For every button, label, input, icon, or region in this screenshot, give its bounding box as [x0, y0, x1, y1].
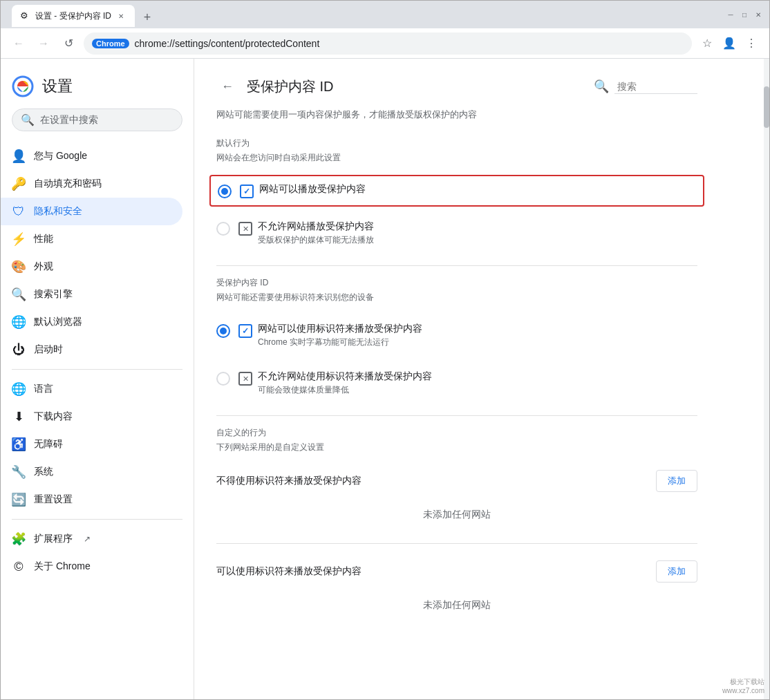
maximize-button[interactable]: □ — [739, 9, 750, 20]
option1-row[interactable]: 网站可以播放受保护内容 — [209, 175, 704, 207]
sidebar-label-performance: 性能 — [34, 233, 53, 245]
option4-content: 不允许网站使用标识符来播放受保护内容 可能会致使媒体质量降低 — [238, 370, 432, 396]
reset-icon: 🔄 — [12, 493, 26, 507]
external-link-icon: ↗ — [84, 534, 91, 544]
watermark-line1: 极光下载站 — [722, 677, 764, 687]
radio-option3[interactable] — [216, 324, 230, 338]
search-right: 🔍 — [594, 79, 697, 94]
magnifier-icon: 🔍 — [12, 287, 26, 301]
sidebar-label-google: 您与 Google — [34, 150, 87, 162]
default-behavior-section: 默认行为 网站会在您访问时自动采用此设置 网站可以播放受保护内容 — [216, 138, 697, 254]
default-behavior-sublabel: 网站会在您访问时自动采用此设置 — [216, 152, 697, 164]
radio-option1[interactable] — [218, 185, 232, 198]
scrollbar-thumb[interactable] — [764, 86, 769, 128]
nav-divider-1 — [12, 369, 182, 370]
address-actions: ☆ 👤 ⋮ — [697, 34, 761, 53]
title-bar: ⚙ 设置 - 受保护内容 ID ✕ + ─ □ ✕ — [1, 1, 769, 28]
divider-2 — [216, 415, 697, 416]
divider-1 — [216, 265, 697, 266]
radio-option2[interactable] — [216, 222, 230, 236]
reload-button[interactable]: ↺ — [59, 34, 78, 53]
sidebar-label-download: 下载内容 — [34, 410, 73, 423]
address-input[interactable]: Chrome chrome://settings/content/protect… — [84, 32, 692, 55]
active-tab[interactable]: ⚙ 设置 - 受保护内容 ID ✕ — [12, 5, 135, 27]
nav-divider-2 — [12, 519, 182, 520]
sidebar-item-appearance[interactable]: 🎨 外观 — [1, 253, 182, 281]
page-title: 受保护内容 ID — [247, 77, 585, 96]
custom-behavior-label: 自定义的行为 — [216, 427, 697, 439]
sidebar-label-accessibility: 无障碍 — [34, 438, 63, 451]
sidebar-label-privacy: 隐私和安全 — [34, 205, 82, 218]
sidebar-label-search: 搜索引擎 — [34, 288, 73, 301]
sidebar-item-google[interactable]: 👤 您与 Google — [1, 142, 182, 170]
back-page-button[interactable]: ← — [216, 75, 238, 97]
sidebar-label-language: 语言 — [34, 383, 53, 395]
sidebar-label-appearance: 外观 — [34, 261, 53, 273]
sidebar-item-default-browser[interactable]: 🌐 默认浏览器 — [1, 308, 182, 336]
option2-main-label: 不允许网站播放受保护内容 — [258, 220, 374, 233]
option4-icon — [238, 372, 252, 386]
watermark: 极光下载站 www.xz7.com — [722, 677, 764, 694]
option3-content: 网站可以使用标识符来播放受保护内容 Chrome 实时字幕功能可能无法运行 — [238, 323, 422, 348]
lightning-icon: ⚡ — [12, 232, 26, 246]
settings-title: 设置 — [42, 76, 73, 97]
section2-label: 受保护内容 ID — [216, 277, 697, 289]
bookmark-icon[interactable]: ☆ — [697, 34, 717, 53]
option2-row[interactable]: 不允许网站播放受保护内容 受版权保护的媒体可能无法播放 — [216, 212, 697, 254]
sidebar-item-about[interactable]: © 关于 Chrome — [1, 553, 182, 580]
custom-section2-row: 可以使用标识符来播放受保护内容 添加 — [216, 555, 697, 588]
sidebar-item-download[interactable]: ⬇ 下载内容 — [1, 403, 182, 431]
option1-text: 网站可以播放受保护内容 — [259, 183, 366, 196]
option3-row[interactable]: 网站可以使用标识符来播放受保护内容 Chrome 实时字幕功能可能无法运行 — [216, 314, 697, 357]
sidebar-item-privacy[interactable]: 🛡 隐私和安全 — [1, 198, 182, 225]
minimize-button[interactable]: ─ — [725, 9, 736, 20]
watermark-line2: www.xz7.com — [722, 687, 764, 694]
default-behavior-label: 默认行为 — [216, 138, 697, 149]
content-inner: ← 受保护内容 ID 🔍 网站可能需要使用一项内容保护服务，才能播放受版权保护的… — [194, 59, 720, 639]
language-icon: 🌐 — [12, 382, 26, 396]
option4-row[interactable]: 不允许网站使用标识符来播放受保护内容 可能会致使媒体质量降低 — [216, 362, 697, 404]
sidebar: 设置 🔍 在设置中搜索 👤 您与 Google 🔑 自动填充和密码 🛡 隐私和安… — [1, 59, 194, 699]
sidebar-item-autofill[interactable]: 🔑 自动填充和密码 — [1, 170, 182, 198]
sidebar-label-autofill: 自动填充和密码 — [34, 178, 102, 190]
sidebar-label-reset: 重置设置 — [34, 493, 73, 506]
profile-icon[interactable]: 👤 — [720, 34, 739, 53]
paint-icon: 🎨 — [12, 260, 26, 274]
close-button[interactable]: ✕ — [753, 9, 764, 20]
back-button[interactable]: ← — [9, 34, 28, 53]
sidebar-item-extensions[interactable]: 🧩 扩展程序 ↗ — [1, 525, 182, 553]
page-description: 网站可能需要使用一项内容保护服务，才能播放受版权保护的内容 — [216, 108, 697, 121]
option4-text: 不允许网站使用标识符来播放受保护内容 可能会致使媒体质量降低 — [258, 370, 432, 396]
option2-sub-label: 受版权保护的媒体可能无法播放 — [258, 234, 374, 246]
main-content: ← 受保护内容 ID 🔍 网站可能需要使用一项内容保护服务，才能播放受版权保护的… — [194, 59, 769, 699]
forward-button[interactable]: → — [34, 34, 53, 53]
settings-search-box[interactable]: 🔍 在设置中搜索 — [12, 108, 182, 131]
menu-icon[interactable]: ⋮ — [742, 34, 761, 53]
page-header: ← 受保护内容 ID 🔍 — [216, 75, 697, 97]
option1-main-label: 网站可以播放受保护内容 — [259, 183, 366, 196]
page-search-input[interactable] — [614, 79, 697, 94]
shield-icon: 🛡 — [12, 205, 26, 218]
sidebar-item-system[interactable]: 🔧 系统 — [1, 458, 182, 486]
sidebar-item-search[interactable]: 🔍 搜索引擎 — [1, 281, 182, 308]
new-tab-button[interactable]: + — [138, 8, 157, 27]
power-icon: ⏻ — [12, 343, 26, 357]
custom-behavior-section: 自定义的行为 下列网站采用的是自定义设置 不得使用标识符来播放受保护内容 添加 … — [216, 427, 697, 623]
wrench-icon: 🔧 — [12, 465, 26, 479]
add-button-1[interactable]: 添加 — [656, 470, 697, 492]
tab-close-button[interactable]: ✕ — [115, 10, 126, 21]
sidebar-item-startup[interactable]: ⏻ 启动时 — [1, 336, 182, 363]
sidebar-item-performance[interactable]: ⚡ 性能 — [1, 225, 182, 253]
sidebar-item-accessibility[interactable]: ♿ 无障碍 — [1, 431, 182, 458]
sidebar-label-extensions: 扩展程序 — [34, 533, 73, 545]
sidebar-item-reset[interactable]: 🔄 重置设置 — [1, 486, 182, 513]
sidebar-item-language[interactable]: 🌐 语言 — [1, 375, 182, 403]
info-icon: © — [12, 560, 26, 574]
option1-icon — [240, 185, 254, 198]
custom-section2-label: 可以使用标识符来播放受保护内容 — [216, 565, 361, 578]
address-bar: ← → ↺ Chrome chrome://settings/content/p… — [1, 28, 769, 59]
add-button-2[interactable]: 添加 — [656, 560, 697, 583]
radio-option4[interactable] — [216, 372, 230, 386]
sidebar-label-about: 关于 Chrome — [34, 560, 91, 573]
scrollbar[interactable] — [764, 59, 769, 699]
